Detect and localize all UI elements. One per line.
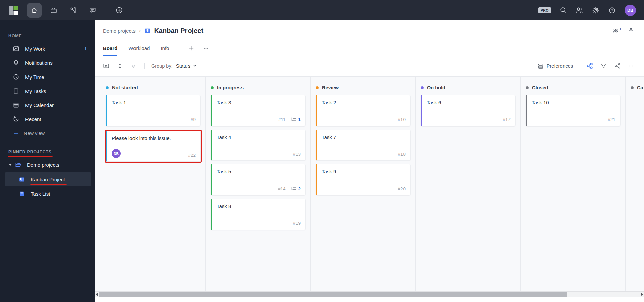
tools-nav-button[interactable] — [66, 3, 80, 18]
add-view-tab-button[interactable] — [188, 45, 194, 51]
scroll-left-arrow[interactable] — [96, 293, 98, 296]
members-count-badge: 1 — [619, 27, 621, 31]
board-more-button[interactable] — [628, 63, 634, 69]
task-card-title: Task 3 — [217, 100, 301, 105]
scrollbar-thumb[interactable] — [99, 292, 567, 297]
chevron-down-icon — [193, 64, 197, 68]
task-card-title: Please look into this issue. — [112, 135, 196, 141]
preferences-icon — [538, 63, 544, 69]
user-avatar[interactable]: DB — [625, 5, 636, 16]
board-column-closed: ClosedTask 10#21 — [521, 77, 626, 291]
workspaces-nav-button[interactable] — [46, 3, 61, 18]
task-card-footer: #18 — [322, 152, 406, 157]
settings-button[interactable] — [592, 6, 600, 14]
task-card-id: #10 — [398, 117, 406, 122]
column-header: Ca — [631, 85, 644, 90]
sidebar-item-recent[interactable]: Recent — [0, 112, 95, 126]
topbar: PRO DB — [0, 0, 644, 20]
task-card[interactable]: Task 4#13 — [211, 130, 306, 161]
sidebar-item-badge: 1 — [84, 46, 87, 51]
home-nav-button[interactable] — [27, 3, 42, 18]
create-new-button[interactable] — [112, 3, 126, 18]
sidebar-project-kanban-project[interactable]: Kanban Project — [5, 172, 91, 186]
search-icon — [560, 7, 567, 14]
kanban-icon — [19, 176, 25, 183]
task-card[interactable]: Please look into this issue.#22DB — [106, 131, 201, 162]
task-card[interactable]: Task 6#17 — [421, 95, 516, 126]
folder-open-icon — [15, 162, 21, 168]
users-icon — [612, 28, 619, 34]
task-card[interactable]: Task 10#21 — [526, 95, 621, 126]
column-header: On hold — [421, 85, 516, 90]
task-card-footer: #21 — [532, 117, 615, 122]
task-card[interactable]: Task 3#111 — [211, 95, 306, 126]
share-button[interactable] — [614, 63, 621, 69]
sidebar-item-my-work[interactable]: My Work1 — [0, 42, 95, 56]
red-underline-annotation — [8, 156, 53, 157]
sidebar-project-task-list[interactable]: Task List — [5, 187, 91, 201]
sidebar-item-my-calendar[interactable]: My Calendar — [0, 98, 95, 112]
sidebar-item-notifications[interactable]: Notifications — [0, 56, 95, 70]
scroll-right-arrow[interactable] — [641, 293, 643, 296]
tab-info[interactable]: Info — [161, 41, 169, 56]
task-card-footer: #13 — [217, 152, 301, 157]
task-card-id: #11 — [278, 117, 286, 122]
task-card-title: Task 9 — [322, 169, 406, 174]
expand-all-button[interactable] — [130, 63, 137, 69]
task-card[interactable]: Task 9#20 — [316, 164, 411, 195]
status-dot-icon — [316, 86, 319, 89]
subtask-icon — [291, 186, 296, 191]
task-card[interactable]: Task 5#142 — [211, 164, 306, 195]
chat-icon — [89, 7, 96, 14]
group-by-select[interactable]: Status — [176, 63, 197, 69]
fit-board-button[interactable] — [103, 63, 109, 69]
tabs-divider — [180, 45, 180, 51]
task-card[interactable]: Task 8#19 — [211, 199, 306, 230]
task-card[interactable]: Task 1#9 — [106, 95, 201, 126]
task-card[interactable]: Task 2#10 — [316, 95, 411, 126]
sidebar-item-my-time[interactable]: My Time — [0, 70, 95, 84]
pin-view-button[interactable] — [628, 28, 634, 34]
task-card-id: #17 — [503, 117, 511, 122]
main-content: Demo projects › Kanban Project 1 BoardWo… — [95, 20, 644, 302]
sidebar-item-label: My Calendar — [25, 102, 54, 108]
comments-nav-button[interactable] — [85, 3, 100, 18]
task-card-footer: #20 — [322, 186, 406, 191]
help-button[interactable] — [608, 7, 616, 14]
new-view-button[interactable]: New view — [0, 127, 95, 139]
breadcrumb-parent-link[interactable]: Demo projects — [103, 28, 136, 34]
task-card-footer: #9 — [112, 117, 196, 122]
task-card-title: Task 2 — [322, 100, 406, 105]
question-circle-icon — [608, 7, 616, 14]
topbar-right: PRO DB — [538, 5, 636, 16]
tab-workload[interactable]: Workload — [128, 41, 150, 56]
board-column-in-progress: In progressTask 3#111Task 4#13Task 5#142… — [206, 77, 311, 291]
toolbar-divider — [144, 63, 145, 69]
page-title: Kanban Project — [154, 27, 203, 35]
column-header: In progress — [211, 85, 306, 90]
my-work-icon — [13, 45, 19, 52]
bottom-gap — [95, 297, 644, 302]
my-calendar-icon — [13, 102, 19, 108]
collapse-all-button[interactable] — [117, 63, 123, 69]
tab-board[interactable]: Board — [103, 41, 117, 56]
horizontal-scrollbar[interactable] — [95, 291, 644, 297]
app-logo-icon[interactable] — [8, 5, 19, 15]
task-card[interactable]: Task 7#18 — [316, 130, 411, 161]
subtasks-indicator: 1 — [291, 117, 301, 122]
project-members-button[interactable]: 1 — [612, 28, 621, 34]
members-button[interactable] — [576, 6, 583, 14]
sidebar-item-my-tasks[interactable]: My Tasks — [0, 84, 95, 98]
sidebar-project-label: Demo projects — [27, 162, 59, 168]
sidebar-project-demo-projects[interactable]: Demo projects — [5, 158, 91, 172]
column-header: Review — [316, 85, 411, 90]
task-card-title: Task 4 — [217, 134, 301, 140]
search-button[interactable] — [560, 7, 567, 14]
task-card-title: Task 8 — [217, 203, 301, 209]
swimlanes-button[interactable] — [587, 63, 593, 69]
filter-button[interactable] — [600, 63, 607, 69]
preferences-button[interactable]: Preferences — [538, 63, 573, 69]
status-dot-icon — [526, 86, 529, 89]
sidebar-project-label: Task List — [31, 191, 50, 197]
tabs-more-button[interactable] — [203, 45, 209, 51]
